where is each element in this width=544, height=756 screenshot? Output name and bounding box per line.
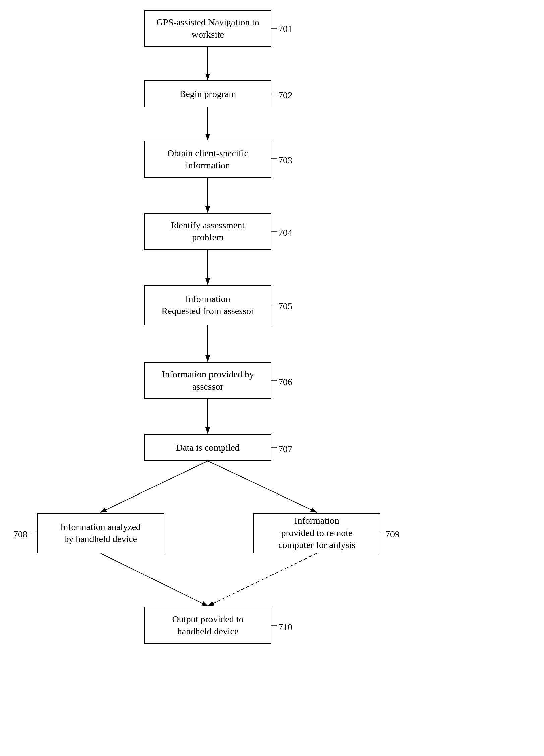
ref-704: 704 (278, 227, 292, 238)
box-obtain-client-info-label: Obtain client-specificinformation (167, 147, 248, 172)
ref-709: 709 (385, 529, 400, 540)
connector-lines (0, 0, 544, 756)
box-info-remote-computer-label: Informationprovided to remotecomputer fo… (278, 515, 355, 551)
ref-703: 703 (278, 155, 292, 166)
ref-706: 706 (278, 376, 292, 387)
box-obtain-client-info: Obtain client-specificinformation (144, 141, 271, 178)
box-identify-assessment: Identify assessmentproblem (144, 213, 271, 250)
box-data-compiled: Data is compiled (144, 434, 271, 461)
box-info-provided: Information provided byassessor (144, 362, 271, 399)
box-data-compiled-label: Data is compiled (176, 442, 240, 454)
box-identify-assessment-label: Identify assessmentproblem (171, 219, 245, 244)
box-output-handheld: Output provided tohandheld device (144, 607, 271, 644)
ref-701: 701 (278, 23, 292, 34)
svg-line-10 (101, 553, 208, 606)
ref-707: 707 (278, 444, 292, 454)
ref-708: 708 (13, 529, 27, 540)
box-begin-program-label: Begin program (180, 88, 236, 100)
box-info-analyzed-handheld: Information analyzedby handheld device (37, 513, 164, 553)
box-begin-program: Begin program (144, 80, 271, 107)
box-gps-navigation: GPS-assisted Navigation to worksite (144, 10, 271, 47)
box-gps-navigation-label: GPS-assisted Navigation to worksite (150, 16, 265, 41)
box-info-requested-label: InformationRequested from assessor (162, 293, 254, 317)
svg-line-8 (101, 461, 208, 512)
ref-710: 710 (278, 622, 292, 633)
box-output-handheld-label: Output provided tohandheld device (172, 613, 243, 638)
box-info-provided-label: Information provided byassessor (162, 368, 254, 393)
box-info-requested: InformationRequested from assessor (144, 285, 271, 325)
box-info-remote-computer: Informationprovided to remotecomputer fo… (253, 513, 380, 553)
svg-line-11 (208, 553, 317, 606)
ref-705: 705 (278, 301, 292, 312)
ref-702: 702 (278, 90, 292, 101)
svg-line-9 (208, 461, 317, 512)
flowchart-diagram: GPS-assisted Navigation to worksite 701 … (0, 0, 544, 756)
box-info-analyzed-handheld-label: Information analyzedby handheld device (60, 521, 141, 545)
